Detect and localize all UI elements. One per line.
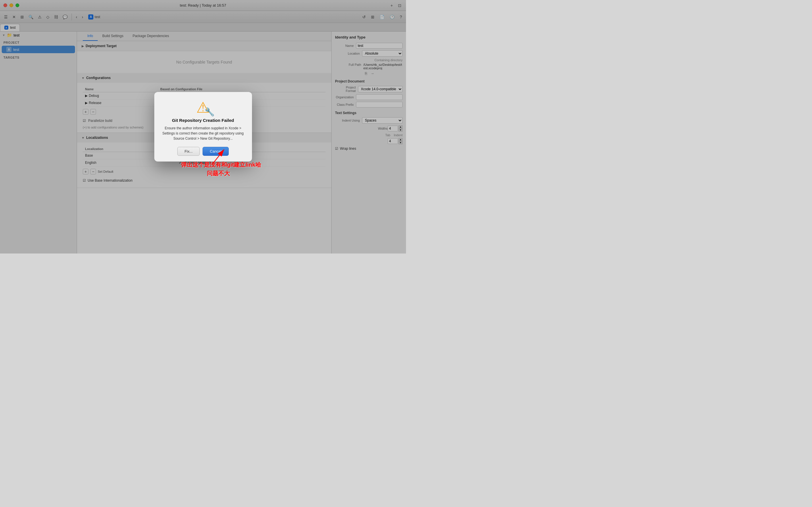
modal-body: Ensure the author information supplied i… [162, 126, 244, 141]
annotation-line1: 弹出这个是没有和git建立link哈 [181, 161, 261, 169]
cancel-button[interactable]: Cancel [202, 147, 229, 156]
modal-overlay: ⚠ 🔧 Git Repository Creation Failed Ensur… [0, 0, 406, 253]
annotation-line2: 问题不大 [207, 170, 230, 177]
git-icon: 🔧 [204, 107, 214, 117]
modal-title: Git Repository Creation Failed [162, 118, 244, 123]
modal-dialog: ⚠ 🔧 Git Repository Creation Failed Ensur… [154, 92, 252, 162]
modal-buttons: Fix... Cancel [162, 147, 244, 156]
modal-icon-area: ⚠ 🔧 [194, 100, 212, 116]
fix-button[interactable]: Fix... [177, 147, 200, 156]
